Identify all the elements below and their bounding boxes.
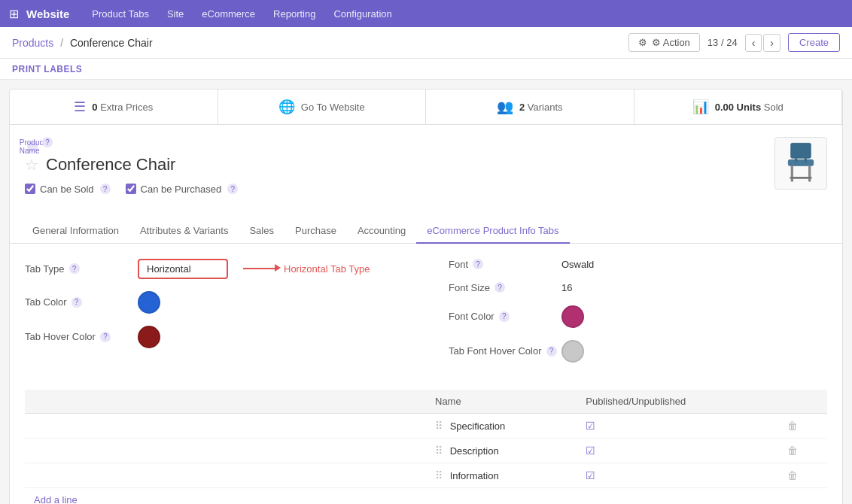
tab-color-swatch[interactable]: [138, 291, 160, 314]
nav-reporting[interactable]: Reporting: [266, 5, 323, 23]
globe-icon: 🌐: [278, 99, 295, 115]
drag-handle-3[interactable]: ⠿: [435, 469, 443, 481]
svg-rect-3: [808, 165, 811, 181]
nav-ecommerce[interactable]: eCommerce: [194, 5, 263, 23]
nav-arrows: ‹ ›: [745, 34, 780, 52]
help-icon-tab-type[interactable]: ?: [69, 263, 80, 274]
tab-type-row: Tab Type ? Horizontal Horizontal Tab Typ…: [25, 259, 403, 279]
stat-variants[interactable]: 👥 2 Variants: [426, 90, 634, 124]
can-be-purchased-checkbox[interactable]: Can be Purchased ?: [126, 184, 239, 195]
prev-button[interactable]: ‹: [745, 34, 762, 52]
font-size-label: Font Size ?: [449, 282, 561, 293]
font-color-label: Font Color ?: [449, 311, 561, 322]
can-be-sold-checkbox[interactable]: Can be Sold ?: [25, 184, 111, 195]
row-name-2: Description: [450, 445, 499, 457]
breadcrumb-current: Conference Chair: [70, 37, 153, 49]
help-icon-font-color[interactable]: ?: [499, 311, 510, 322]
table-row: ⠿ Description ☑ 🗑: [25, 438, 827, 463]
brand-name[interactable]: Website: [26, 8, 69, 20]
stat-go-to-website[interactable]: 🌐 Go To Website: [218, 90, 427, 124]
tab-font-hover-color-swatch[interactable]: [561, 340, 584, 363]
help-icon-font-size[interactable]: ?: [494, 282, 505, 293]
print-labels-button[interactable]: PRINT LABELS: [12, 64, 82, 74]
tab-color-label: Tab Color ?: [25, 296, 138, 308]
action-bar: PRINT LABELS: [0, 59, 852, 80]
svg-rect-1: [788, 159, 813, 165]
nav-configuration[interactable]: Configuration: [326, 5, 399, 23]
form-fields: Tab Type ? Horizontal Horizontal Tab Typ…: [25, 259, 827, 375]
table-body: ⠿ Specification ☑ 🗑 ⠿ Description: [25, 413, 827, 487]
published-check-1[interactable]: ☑: [586, 420, 595, 432]
stat-units-sold[interactable]: 📊 0.00 Units Sold: [634, 90, 843, 124]
svg-rect-4: [790, 177, 811, 179]
tab-hover-color-swatch[interactable]: [138, 326, 160, 348]
product-header: Product Name ? ☆ Conference Chair Can be…: [10, 125, 842, 219]
tab-accounting[interactable]: Accounting: [347, 219, 416, 244]
tab-type-label: Tab Type ?: [25, 263, 138, 275]
tab-type-value[interactable]: Horizontal: [138, 259, 228, 279]
variants-num: 2: [519, 102, 525, 113]
row-drag-3: [25, 463, 426, 487]
action-button[interactable]: ⚙ ⚙ Action: [628, 33, 700, 52]
tab-content: Tab Type ? Horizontal Horizontal Tab Typ…: [10, 244, 842, 505]
svg-rect-2: [791, 165, 793, 181]
svg-rect-6: [805, 158, 807, 162]
checkboxes: Can be Sold ? Can be Purchased ?: [25, 184, 238, 195]
create-button[interactable]: Create: [788, 33, 840, 52]
drag-handle-1[interactable]: ⠿: [435, 420, 443, 432]
tab-color-row: Tab Color ?: [25, 291, 403, 314]
star-icon[interactable]: ☆: [25, 156, 38, 174]
tab-font-hover-color-row: Tab Font Hover Color ?: [449, 340, 827, 363]
can-be-purchased-input[interactable]: [126, 184, 136, 194]
gear-icon: ⚙: [638, 37, 647, 48]
variants-icon: 👥: [497, 99, 513, 115]
row-drag-1: [25, 413, 426, 438]
published-check-3[interactable]: ☑: [586, 469, 595, 481]
arrow-graphic: [243, 264, 281, 273]
help-icon-font[interactable]: ?: [473, 259, 483, 269]
published-check-2[interactable]: ☑: [586, 445, 595, 457]
drag-handle-2[interactable]: ⠿: [435, 445, 443, 457]
delete-btn-3[interactable]: 🗑: [787, 469, 798, 481]
help-icon-name[interactable]: ?: [42, 137, 53, 147]
list-icon: ☰: [74, 99, 86, 115]
font-color-swatch[interactable]: [561, 305, 584, 328]
font-size-row: Font Size ? 16: [449, 282, 827, 293]
help-icon-tab-hover-color[interactable]: ?: [100, 332, 111, 342]
tabs-table: Name Published/Unpublished ⠿ Specificati…: [25, 390, 827, 488]
tab-hover-color-row: Tab Hover Color ?: [25, 326, 403, 348]
help-icon-tab-font-hover[interactable]: ?: [546, 346, 557, 357]
delete-btn-2[interactable]: 🗑: [787, 445, 798, 457]
product-image: [774, 137, 827, 190]
product-title-row: ☆ Conference Chair: [25, 155, 238, 175]
product-name-label: Product Name ?: [25, 137, 238, 152]
can-be-sold-input[interactable]: [25, 184, 35, 194]
tab-sales[interactable]: Sales: [239, 219, 285, 244]
help-icon-sold[interactable]: ?: [100, 184, 111, 194]
breadcrumb: Products / Conference Chair: [12, 37, 153, 49]
nav-site[interactable]: Site: [160, 5, 191, 23]
help-icon-tab-color[interactable]: ?: [72, 297, 82, 308]
breadcrumb-bar: Products / Conference Chair ⚙ ⚙ Action 1…: [0, 27, 852, 59]
next-button[interactable]: ›: [763, 34, 780, 52]
col-published: Published/Unpublished: [577, 390, 778, 414]
product-top: Product Name ? ☆ Conference Chair Can be…: [25, 137, 827, 207]
go-to-website-label: Go To Website: [301, 102, 365, 113]
tab-ecommerce[interactable]: eCommerce Product Info Tabs: [416, 219, 569, 244]
right-column: Font ? Oswald Font Size ? 16 Font: [449, 259, 827, 375]
tab-attributes[interactable]: Attributes & Variants: [129, 219, 239, 244]
breadcrumb-parent[interactable]: Products: [12, 37, 53, 49]
nav-product-tabs[interactable]: Product Tabs: [84, 5, 157, 23]
apps-icon[interactable]: ⊞: [9, 7, 19, 21]
tab-general[interactable]: General Information: [22, 219, 129, 244]
font-value: Oswald: [561, 259, 594, 270]
help-icon-purchased[interactable]: ?: [227, 184, 238, 194]
font-size-value: 16: [561, 282, 572, 293]
tab-purchase[interactable]: Purchase: [285, 219, 347, 244]
add-line-button[interactable]: Add a line: [25, 488, 87, 505]
stat-extra-prices[interactable]: ☰ 0 Extra Prices: [10, 90, 218, 124]
table-head: Name Published/Unpublished: [25, 390, 827, 414]
font-row: Font ? Oswald: [449, 259, 827, 270]
delete-btn-1[interactable]: 🗑: [787, 420, 798, 432]
tab-hover-color-label: Tab Hover Color ?: [25, 331, 138, 342]
